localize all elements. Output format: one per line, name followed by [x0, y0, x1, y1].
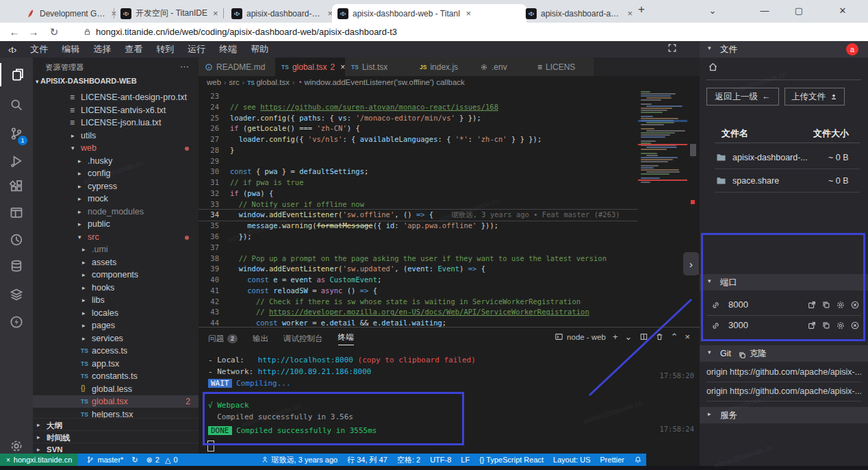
add-icon[interactable]: + [613, 332, 618, 342]
tree-item-node_modules[interactable]: ▸node_modules [33, 206, 199, 218]
shell-selector[interactable]: node - web [554, 332, 606, 341]
editor-tab-LICENS[interactable]: ≡LICENS [531, 58, 595, 76]
chevron-down-icon[interactable]: ⌄ [625, 332, 633, 342]
more-actions-icon[interactable]: ··· [180, 61, 189, 71]
browser-tab[interactable]: ‹t›开发空间 - TitanIDE× [115, 4, 231, 23]
status-UTF-8[interactable]: UTF-8 [430, 456, 451, 464]
tree-item-global.less[interactable]: {}global.less [33, 383, 199, 395]
menu-编辑[interactable]: 编辑 [55, 44, 86, 54]
fullscreen-icon[interactable] [667, 43, 677, 53]
code-editor[interactable]: 2324// see https://github.com/suren-atoy… [199, 88, 638, 327]
open-external-icon[interactable] [807, 321, 817, 330]
panel-tab-输出[interactable]: 输出 [253, 334, 268, 344]
section-时间线[interactable]: ▸时间线 [33, 430, 199, 443]
close-tab-icon[interactable]: × [213, 8, 218, 18]
menu-转到[interactable]: 转到 [149, 44, 181, 54]
activity-history[interactable] [0, 228, 33, 251]
git-panel-header[interactable]: ▾ Git 克隆 [700, 345, 868, 362]
chevron-down-icon[interactable]: ⌄ [702, 1, 723, 21]
tree-item-pages[interactable]: ▸pages [33, 319, 199, 332]
copy-icon[interactable] [821, 321, 831, 330]
breadcrumb-part[interactable]: web [207, 78, 221, 86]
home-icon[interactable] [708, 62, 718, 72]
gear-icon[interactable] [836, 321, 845, 330]
git-remote-row[interactable]: origin https://github.com/apache/apisix-… [706, 363, 861, 382]
copy-icon[interactable] [821, 300, 831, 310]
tree-item-global.tsx[interactable]: TSglobal.tsx2 [33, 395, 199, 408]
editor-scrollbar[interactable] [687, 88, 700, 327]
status-Prettier[interactable]: Prettier [600, 456, 624, 464]
status-空格: 2[interactable]: 空格: 2 [397, 455, 420, 465]
close-tab-icon[interactable]: × [465, 8, 471, 18]
menu-文件[interactable]: 文件 [23, 44, 55, 54]
tree-item-config[interactable]: ▸config [33, 167, 199, 180]
activity-extensions[interactable] [0, 175, 33, 198]
trash-icon[interactable] [655, 332, 664, 341]
tree-item-cypress[interactable]: ▸cypress [33, 180, 199, 193]
file-row[interactable]: space.share~ 0 B [715, 171, 860, 193]
activity-source-control[interactable]: 1 [0, 122, 33, 145]
port-row-8000[interactable]: 8000 [706, 296, 861, 316]
tree-item-.husky[interactable]: ▸.husky [33, 155, 199, 167]
upload-file-button[interactable]: 上传文件 [784, 88, 845, 106]
tree-item-LICENSE-ant-design-pro.txt[interactable]: ≡LICENSE-ant-design-pro.txt [33, 91, 199, 103]
status-{} TypeScript React[interactable]: {} TypeScript React [479, 456, 544, 464]
activity-explorer[interactable] [0, 63, 34, 86]
new-tab-icon[interactable]: + [638, 3, 645, 16]
files-panel-header[interactable]: ▾ 文件 a [700, 41, 868, 58]
tree-item-constants.ts[interactable]: TSconstants.ts [33, 370, 199, 382]
status-琚致远, 3 years ago[interactable]: 琚致远, 3 years ago [261, 455, 338, 465]
tree-item-LICENSE-json.lua.txt[interactable]: ≡LICENSE-json.lua.txt [33, 116, 199, 129]
browser-tab[interactable]: ‹t›apisix-dashboard-test - TitanID× [226, 4, 338, 23]
status-Layout: US[interactable]: Layout: US [553, 456, 590, 464]
activity-run-debug[interactable] [0, 149, 33, 173]
git-remote-row[interactable]: origin https://github.com/apache/apisix-… [706, 382, 861, 401]
tree-item-utils[interactable]: ▸utils [33, 129, 199, 142]
port-row-3000[interactable]: 3000 [706, 317, 861, 336]
split-icon[interactable] [639, 332, 648, 341]
tree-item-access.ts[interactable]: TSaccess.ts [33, 345, 199, 357]
tree-item-assets[interactable]: ▸assets [33, 256, 199, 269]
services-panel-header[interactable]: ▸服务 [700, 407, 868, 423]
reveal-panel-button[interactable]: › [683, 252, 699, 275]
close-icon[interactable]: ✕ [832, 1, 853, 21]
close-circle-icon[interactable] [850, 300, 860, 310]
tree-item-web[interactable]: ▾web [33, 142, 199, 154]
status-行 34, 列 47[interactable]: 行 34, 列 47 [347, 455, 387, 465]
back-icon[interactable]: ← [7, 25, 22, 40]
close-circle-icon[interactable] [850, 321, 860, 330]
status-bell-icon[interactable] [634, 456, 642, 464]
menu-选择[interactable]: 选择 [86, 44, 118, 54]
menu-运行[interactable]: 运行 [181, 44, 212, 54]
browser-tab[interactable]: ‹t›apisix-dashboard-api - TitanID× [520, 4, 638, 23]
activity-search[interactable] [0, 93, 33, 116]
tree-item-locales[interactable]: ▸locales [33, 307, 199, 319]
close-icon[interactable]: × [685, 332, 690, 342]
file-row[interactable]: apisix-dashboard-...~ 0 B [715, 148, 860, 169]
ports-panel-header[interactable]: ▾端口 [700, 274, 868, 290]
breadcrumb-file[interactable]: TS global.tsx [247, 78, 290, 86]
chevron-up-icon[interactable]: ⌃ [671, 332, 678, 342]
menu-帮助[interactable]: 帮助 [244, 44, 275, 54]
activity-database[interactable] [0, 254, 33, 277]
panel-tab-终端[interactable]: 终端 [338, 332, 354, 345]
url-text[interactable]: hongxi.titanide.cn/ide/web/coding/apisix… [96, 27, 397, 37]
branch-indicator[interactable]: master* [86, 456, 123, 464]
section-大纲[interactable]: ▸大纲 [33, 418, 199, 431]
activity-lightning[interactable] [0, 310, 33, 334]
explorer-root-folder[interactable]: ▾ APISIX-DASHBOARD-WEB [36, 77, 137, 85]
breadcrumb[interactable]: web›src›TS global.tsx›◔ window.addEventL… [199, 76, 700, 88]
gear-icon[interactable] [836, 300, 845, 310]
browser-tab[interactable]: ‹t›apisix-dashboard-web - TitanI× [332, 4, 526, 23]
forward-icon[interactable]: → [26, 25, 41, 40]
section-SVN[interactable]: ▸SVN [33, 443, 199, 454]
remote-indicator[interactable]: × hongxi.titanide.cn [0, 454, 78, 466]
tree-item-LICENSE-antvis-x6.txt[interactable]: ≡LICENSE-antvis-x6.txt [33, 104, 199, 116]
tree-item-.umi[interactable]: ▸.umi [33, 243, 199, 256]
close-tab-icon[interactable]: × [627, 8, 633, 18]
sync-button[interactable]: ↻ [131, 456, 138, 465]
tree-item-hooks[interactable]: ▸hooks [33, 282, 199, 294]
tree-item-components[interactable]: ▸components [33, 269, 199, 281]
tree-item-public[interactable]: ▸public [33, 218, 199, 230]
menu-终端[interactable]: 终端 [212, 44, 244, 54]
